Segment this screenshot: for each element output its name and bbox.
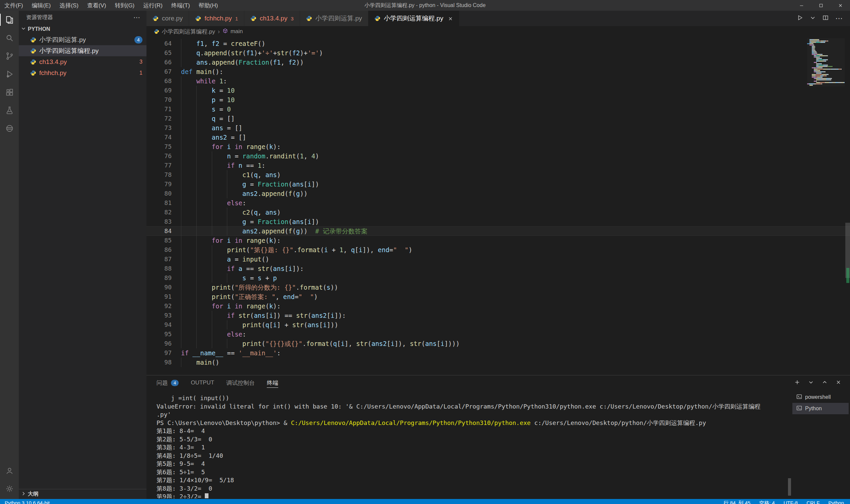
file-item[interactable]: 小学四则运算.py4 [19, 34, 146, 45]
panel-tab-label: 调试控制台 [226, 379, 255, 387]
minimap[interactable] [807, 38, 845, 86]
code-editor[interactable]: 64 f1, f2 = createF()65 q.append(str(f1)… [146, 37, 850, 375]
terminal-line: 第7题: 1/4×10/9= 5/18 [157, 476, 786, 485]
panel-tab[interactable]: OUTPUT [191, 375, 214, 390]
code-line-text: print("{}{}或{}".format(q[i], str(ans2[i]… [181, 339, 459, 348]
editor-actions: ⋯ [797, 11, 850, 26]
menu-item[interactable]: 终端(T) [167, 0, 194, 11]
new-terminal-button[interactable] [794, 379, 800, 386]
code-line: 64 f1, f2 = createF() [146, 39, 850, 48]
python-file-icon [250, 15, 256, 21]
menu-item[interactable]: 文件(F) [0, 0, 28, 11]
menu-item[interactable]: 选择(S) [55, 0, 83, 11]
menu-item[interactable]: 编辑(E) [28, 0, 55, 11]
breadcrumb-file[interactable]: 小学四则运算编程.py [162, 28, 215, 36]
status-item[interactable]: CRLF [806, 500, 819, 504]
panel-tab[interactable]: 终端 [267, 375, 278, 390]
menu-item[interactable]: 运行(R) [139, 0, 167, 11]
chevron-down-icon [21, 26, 26, 33]
line-number: 94 [146, 320, 181, 329]
code-line: 71 s = 0 [146, 105, 850, 114]
maximize-window-button[interactable] [811, 0, 831, 11]
line-number: 81 [146, 198, 181, 208]
status-bar: Python 3.10.6 64-bit 行 84, 列 45空格: 4UTF-… [0, 499, 850, 504]
line-number: 87 [146, 254, 181, 264]
more-actions-button[interactable]: ⋯ [835, 17, 843, 20]
explorer-section-python[interactable]: PYTHON [19, 24, 146, 34]
terminal-output[interactable]: j =int( input())ValueError: invalid lite… [157, 394, 786, 498]
code-line: 76 n = random.randint(1, 4) [146, 151, 850, 161]
code-line-text: if __name__ == '__main__': [181, 348, 280, 358]
settings-icon[interactable] [0, 480, 19, 498]
terminal-icon [796, 405, 802, 412]
file-item[interactable]: 小学四则运算编程.py [19, 45, 146, 56]
code-line-text: for i in range(k): [181, 142, 281, 151]
status-item[interactable]: Python [828, 500, 844, 504]
close-window-button[interactable] [831, 0, 850, 11]
status-item[interactable]: UTF-8 [784, 500, 798, 504]
editor-tab[interactable]: 小学四则运算.py [300, 11, 368, 26]
menu-item[interactable]: 转到(G) [110, 0, 139, 11]
explorer-more-icon[interactable]: ⋯ [134, 13, 140, 21]
terminal-line: ValueError: invalid literal for int() wi… [157, 402, 786, 411]
status-item[interactable]: 空格: 4 [759, 500, 775, 504]
run-dropdown-button[interactable] [810, 15, 816, 22]
code-line: 74 ans2 = [] [146, 132, 850, 142]
tab-label: ch13.4.py [260, 15, 287, 22]
python-extension-icon[interactable] [0, 119, 19, 137]
terminal-scrollbar[interactable] [788, 478, 791, 496]
code-line: 85 for i in range(k): [146, 236, 850, 245]
breadcrumb-symbol[interactable]: main [231, 28, 243, 35]
menu-item[interactable]: 帮助(H) [194, 0, 223, 11]
code-line: 86 print("第{}题: {}".format(i + 1, q[i]),… [146, 245, 850, 254]
line-number: 67 [146, 67, 181, 76]
line-number: 93 [146, 311, 181, 320]
file-item[interactable]: fchhch.py1 [19, 67, 146, 78]
terminal-instance[interactable]: powershell [792, 392, 849, 403]
close-icon[interactable] [448, 16, 453, 21]
terminal-line: 第1题: 8-4= 4 [157, 427, 786, 435]
editor-tab[interactable]: fchhch.py1 [189, 11, 244, 26]
outline-section[interactable]: 大纲 [19, 489, 146, 499]
editor-tab[interactable]: ch13.4.py3 [244, 11, 300, 26]
line-number: 95 [146, 329, 181, 339]
code-line: 97if __name__ == '__main__': [146, 348, 850, 358]
status-bar-right: 行 84, 列 45空格: 4UTF-8CRLFPython [724, 500, 844, 504]
line-number: 90 [146, 283, 181, 292]
terminal-dropdown-button[interactable] [808, 379, 814, 386]
menu-item[interactable]: 查看(V) [83, 0, 110, 11]
breadcrumb-separator: › [218, 28, 220, 35]
panel-tab-label: OUTPUT [191, 379, 214, 386]
code-line-text: ans2.append(f(g)) # 记录带分数答案 [181, 227, 367, 236]
run-debug-icon[interactable] [0, 65, 19, 83]
line-number: 72 [146, 114, 181, 123]
file-name: 小学四则运算.py [39, 36, 86, 44]
close-panel-button[interactable] [836, 379, 841, 386]
terminal-instance[interactable]: Python [792, 403, 849, 414]
explorer-icon[interactable] [0, 11, 19, 29]
run-python-file-button[interactable] [797, 15, 803, 22]
code-line-text: def main(): [181, 67, 223, 76]
testing-icon[interactable] [0, 101, 19, 119]
panel-tab[interactable]: 调试控制台 [226, 375, 255, 390]
code-line: 77 if n == 1: [146, 161, 850, 170]
file-name: 小学四则运算编程.py [39, 47, 99, 55]
terminal-icon [796, 394, 802, 401]
code-line: 82 c2(q, ans) [146, 208, 850, 217]
line-number: 73 [146, 123, 181, 132]
search-icon[interactable] [0, 29, 19, 47]
status-item[interactable]: Python 3.10.6 64-bit [5, 500, 50, 504]
minimize-window-button[interactable] [792, 0, 811, 11]
account-icon[interactable] [0, 462, 19, 480]
file-item[interactable]: ch13.4.py3 [19, 56, 146, 67]
editor-tab[interactable]: core.py [146, 11, 189, 26]
maximize-panel-button[interactable] [822, 379, 828, 386]
window-title: 小学四则运算编程.py - python - Visual Studio Cod… [364, 2, 486, 9]
status-item[interactable]: 行 84, 列 45 [724, 500, 750, 504]
editor-tab[interactable]: 小学四则运算编程.py [368, 11, 459, 26]
code-line-text: if a == str(ans[i]): [181, 264, 303, 273]
panel-tab[interactable]: 问题4 [157, 375, 179, 390]
source-control-icon[interactable] [0, 47, 19, 65]
split-editor-button[interactable] [822, 15, 829, 22]
extensions-icon[interactable] [0, 83, 19, 101]
